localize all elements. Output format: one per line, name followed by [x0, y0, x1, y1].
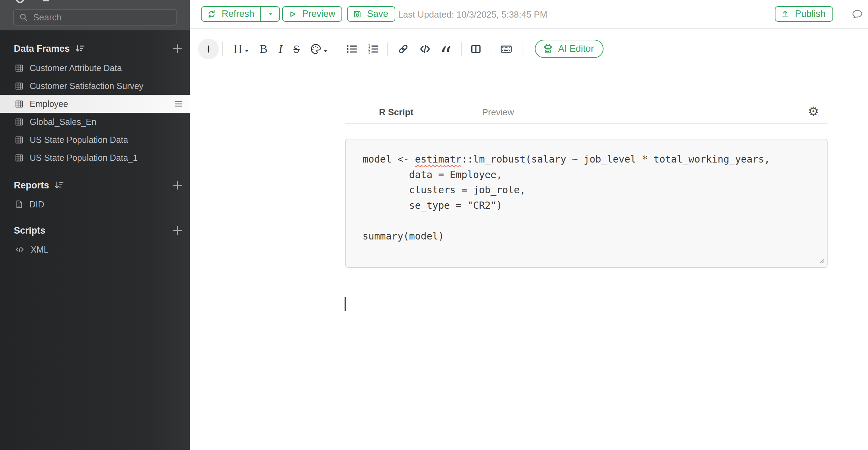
- strikethrough-button[interactable]: S: [293, 43, 300, 55]
- preview-label: Preview: [301, 9, 337, 19]
- caret-down-icon: [244, 48, 250, 54]
- item-menu-button[interactable]: [173, 99, 184, 109]
- section-scripts: Scripts: [0, 222, 190, 239]
- search-box[interactable]: [13, 9, 177, 26]
- heading-glyph: H: [233, 43, 242, 55]
- table-icon: [15, 153, 24, 163]
- sidebar-item-label: DID: [29, 199, 44, 209]
- resize-grip[interactable]: [818, 257, 826, 266]
- code-icon: [15, 244, 25, 255]
- hamburger-icon: [173, 99, 184, 109]
- tab-r-script[interactable]: R Script: [345, 103, 447, 123]
- sidebar-item-data-frame[interactable]: US State Population Data_1: [0, 149, 190, 167]
- sidebar-item-label: Customer Attribute Data: [30, 63, 122, 73]
- plus-icon: [172, 179, 183, 191]
- save-icon: [353, 9, 362, 19]
- section-title: Scripts: [14, 225, 46, 236]
- sidebar-item-data-frame[interactable]: US State Population Data: [0, 131, 190, 149]
- insert-block-button[interactable]: [198, 39, 219, 59]
- ordered-list-button[interactable]: 1 2 3: [367, 42, 380, 56]
- sidebar-item-label: Employee: [30, 99, 68, 109]
- tab-preview[interactable]: Preview: [447, 103, 549, 123]
- search-input[interactable]: [32, 12, 172, 23]
- code-line: se_type = "CR2"): [363, 198, 820, 214]
- save-label: Save: [366, 9, 390, 19]
- table-icon: [15, 117, 24, 127]
- sidebar-item-label: US State Population Data_1: [30, 153, 138, 163]
- r-script-code-area[interactable]: model <- estimatr::lm_robust(salary ~ jo…: [345, 139, 828, 268]
- text-color-button[interactable]: [309, 43, 329, 55]
- action-bar: Refresh Preview Save Last Updated: 10/3/…: [190, 0, 868, 29]
- refresh-dropdown-button[interactable]: [260, 7, 279, 21]
- sidebar-item-data-frame[interactable]: Customer Satisfaction Survey: [0, 77, 190, 95]
- bold-button[interactable]: B: [260, 43, 268, 55]
- chat-bubble-icon: [851, 8, 863, 20]
- table-icon: [15, 63, 24, 73]
- strikethrough-glyph: S: [293, 43, 300, 55]
- ordered-list-icon: 1 2 3: [367, 42, 380, 56]
- plus-icon: [172, 43, 183, 55]
- divider: [461, 42, 462, 56]
- bullet-list-button[interactable]: [345, 42, 358, 56]
- link-button[interactable]: [397, 43, 409, 55]
- sidebar-item-label: US State Population Data: [30, 135, 128, 145]
- section-data-frames: Data Frames: [0, 40, 190, 58]
- code-line: [363, 213, 820, 229]
- code-icon: [418, 42, 432, 56]
- sidebar-item-data-frame-selected[interactable]: Employee: [0, 95, 190, 113]
- comments-button[interactable]: [851, 8, 863, 21]
- sidebar-item-data-frame[interactable]: Customer Attribute Data: [0, 59, 190, 77]
- columns-button[interactable]: [470, 43, 482, 55]
- last-updated-text: Last Updated: 10/3/2025, 5:38:45 PM: [398, 0, 547, 29]
- format-toolbar: H B I S 1 2: [190, 29, 868, 69]
- sidebar-item-script[interactable]: XML: [0, 241, 190, 258]
- keyboard-shortcuts-button[interactable]: [500, 42, 513, 56]
- add-script-button[interactable]: [171, 224, 184, 237]
- svg-text:3: 3: [368, 49, 370, 54]
- italic-glyph: I: [279, 43, 282, 55]
- caret-down-icon: [322, 48, 329, 54]
- sidebar-header: [0, 0, 190, 30]
- code-line: model <- estimatr::lm_robust(salary ~ jo…: [363, 152, 820, 167]
- heading-button[interactable]: H: [233, 43, 250, 55]
- table-icon: [15, 99, 24, 109]
- section-title: Data Frames: [14, 43, 70, 54]
- save-button[interactable]: Save: [347, 6, 395, 22]
- italic-button[interactable]: I: [279, 43, 282, 55]
- app-logo-fragment: [16, 0, 24, 3]
- sort-icon[interactable]: [75, 43, 85, 54]
- search-icon: [19, 12, 28, 22]
- text-cursor: [345, 297, 346, 311]
- section-reports: Reports: [0, 176, 190, 194]
- publish-button[interactable]: Publish: [775, 6, 833, 22]
- editor-tab-bar: R Script Preview ⚙: [345, 103, 828, 124]
- code-line: clusters = job_role,: [363, 183, 820, 198]
- settings-gear-icon[interactable]: ⚙: [808, 104, 819, 119]
- keyboard-icon: [500, 42, 513, 56]
- add-report-button[interactable]: [171, 178, 184, 192]
- table-icon: [15, 135, 24, 145]
- palette-icon: [309, 43, 322, 55]
- code-button[interactable]: [418, 42, 432, 56]
- divider: [222, 42, 223, 56]
- upload-icon: [780, 9, 790, 19]
- plus-icon: [203, 44, 214, 54]
- code-line: data = Employee,: [363, 167, 820, 183]
- robot-icon: [542, 43, 554, 55]
- divider: [338, 42, 338, 56]
- add-data-frame-button[interactable]: [171, 42, 184, 56]
- sort-icon[interactable]: [54, 180, 64, 190]
- sidebar-item-data-frame[interactable]: Global_Sales_En: [0, 113, 190, 131]
- menu-icon-fragment: [43, 0, 49, 1]
- columns-icon: [470, 43, 482, 55]
- bullet-list-icon: [345, 42, 358, 56]
- preview-button[interactable]: Preview: [282, 6, 342, 22]
- sidebar-item-label: Global_Sales_En: [30, 117, 96, 127]
- sidebar-item-report[interactable]: DID: [0, 195, 190, 213]
- main-content: Refresh Preview Save Last Updated: 10/3/…: [190, 0, 868, 450]
- ai-editor-button[interactable]: AI Editor: [535, 40, 604, 58]
- refresh-button[interactable]: Refresh: [201, 6, 280, 22]
- sidebar-item-label: Customer Satisfaction Survey: [30, 81, 143, 91]
- refresh-label: Refresh: [220, 9, 256, 19]
- sidebar-item-label: XML: [31, 245, 48, 255]
